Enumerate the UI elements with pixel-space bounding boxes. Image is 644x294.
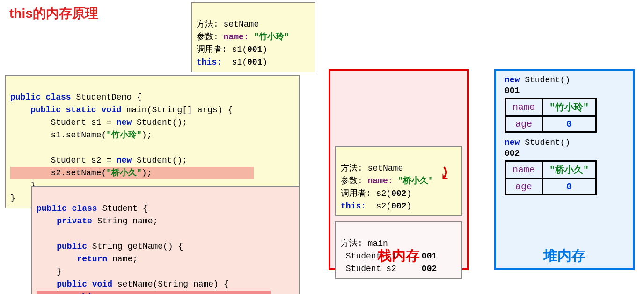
t: main(String[] args) { (126, 105, 233, 115)
t: s2( (366, 201, 391, 211)
t: name: (368, 176, 393, 186)
t: name; (112, 254, 138, 264)
t: "桥小久" (542, 161, 596, 179)
t: String name; (97, 216, 158, 226)
t: 参数: (341, 176, 368, 186)
heap-obj2-header: new Student() 002 (496, 137, 633, 159)
code-student: public class Student { private String na… (31, 186, 300, 294)
t: StudentDemo { (76, 93, 141, 102)
heap-obj2-addr: 002 (505, 149, 520, 158)
t: 方法: (341, 164, 368, 173)
t: age (505, 116, 542, 132)
t: } (10, 194, 15, 203)
t: ) (262, 45, 267, 54)
t: ); (142, 168, 152, 178)
t: private (37, 216, 97, 226)
t: ); (142, 130, 152, 140)
t: new (505, 75, 520, 85)
heap-obj1-addr: 001 (505, 86, 520, 95)
stack-memory: 方法: setName 参数: name: "桥小久" 调用者: s2(002)… (329, 69, 469, 270)
t: age (505, 179, 542, 194)
t: ) (262, 57, 267, 67)
t: Student(); (137, 118, 187, 127)
heap-label: 堆内存 (496, 246, 633, 265)
t: 001 (247, 45, 262, 54)
t: s1( (222, 57, 247, 67)
t: Student s2 (341, 264, 422, 273)
t: ) (406, 201, 411, 211)
heap-obj1-table: name"竹小玲" age0 (505, 98, 597, 133)
t: 参数: (197, 32, 224, 42)
heap-obj2-table: name"桥小久" age0 (505, 160, 597, 195)
t: public static void (10, 105, 126, 115)
t: s1( (232, 45, 247, 54)
t: "桥小久" (393, 176, 433, 186)
t: "桥小久" (106, 168, 142, 178)
t: "竹小玲" (542, 98, 596, 116)
t: 方法: (197, 20, 224, 29)
t: s2( (376, 189, 391, 198)
t: 0 (542, 179, 596, 194)
t: .name = name; (97, 292, 163, 294)
t: Student(); (137, 156, 187, 165)
t: "竹小玲" (106, 130, 142, 140)
highlighted-call: s2.setName("桥小久"); (10, 167, 254, 179)
t: this: (197, 57, 222, 67)
heap-obj1-header: new Student() 001 (496, 75, 633, 97)
t: public class (37, 204, 102, 213)
t: 0 (542, 116, 596, 132)
t: setName(String name) { (117, 280, 229, 289)
t: new (505, 138, 520, 147)
t: name (505, 98, 542, 116)
t: s1.setName( (10, 130, 106, 140)
top-stack-frame: 方法: setName 参数: name: "竹小玲" 调用者: s1(001)… (191, 2, 315, 72)
t: public class (10, 93, 76, 102)
diagram-title: this的内存原理 (9, 5, 98, 22)
t: this (37, 292, 97, 294)
t: 002 (391, 201, 406, 211)
t: "竹小玲" (249, 32, 289, 42)
t: this: (341, 201, 366, 211)
t: 调用者: (197, 45, 232, 54)
t: public (37, 242, 92, 251)
t: return (37, 254, 112, 264)
t: Student s1 = (10, 118, 117, 127)
t: Student() (520, 138, 570, 147)
stack-label: 栈内存 (330, 246, 467, 265)
t: name: (224, 32, 249, 42)
heap-memory: new Student() 001 name"竹小玲" age0 new Stu… (494, 69, 635, 270)
t: 002 (391, 189, 406, 198)
t: Student() (520, 75, 570, 85)
t: public void (37, 280, 117, 289)
t: ) (406, 189, 411, 198)
t: } (37, 267, 62, 276)
highlighted-this-assign: this.name = name; (37, 291, 271, 294)
t: new (117, 118, 137, 127)
curved-arrow-icon: ⤸ (438, 164, 451, 183)
t: 001 (247, 57, 262, 67)
t: name (505, 161, 542, 179)
t: Student { (102, 204, 147, 213)
t: setName (224, 20, 259, 29)
t: Student s2 = (10, 156, 117, 165)
t: 调用者: (341, 189, 376, 198)
t: String getName() { (92, 242, 183, 251)
t: new (117, 156, 137, 165)
t: 002 (422, 264, 437, 273)
t: setName (368, 164, 403, 173)
t: s2.setName( (10, 168, 106, 178)
